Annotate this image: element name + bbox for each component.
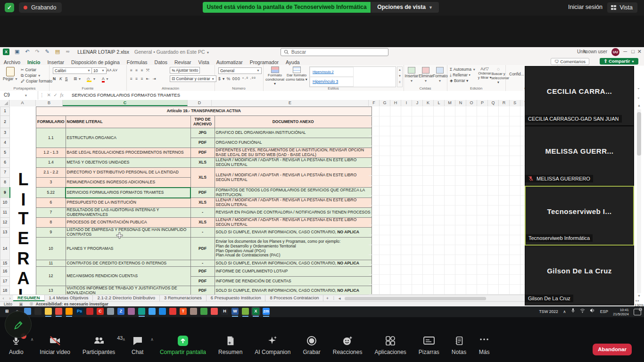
- row-header-16[interactable]: 16: [0, 267, 10, 277]
- taskbar-icon-orange-t-app[interactable]: T: [180, 308, 187, 315]
- toolbar-item-iniciar-v-deo[interactable]: Iniciar vídeo: [40, 335, 70, 355]
- grow-font-icon[interactable]: A˄ A˅: [107, 68, 117, 73]
- formula-expand-icon[interactable]: ⌄: [637, 95, 640, 99]
- row-header-8[interactable]: 8: [0, 178, 10, 188]
- search-input[interactable]: Buscar: [281, 48, 388, 56]
- column-header-P[interactable]: P: [477, 100, 488, 106]
- pen-icon[interactable]: ✎: [45, 49, 50, 55]
- toolbar-item-aplicaciones[interactable]: Aplicaciones: [374, 335, 406, 355]
- row-header-13[interactable]: 13: [0, 228, 10, 238]
- vertical-align-icons[interactable]: ≡ ≡ ≡ ⤧: [130, 68, 150, 73]
- macro-record-icon[interactable]: ▣: [19, 302, 23, 306]
- taskbar-icon-photoshop[interactable]: Ps: [76, 308, 83, 315]
- taskbar-icon-firefox[interactable]: [66, 308, 73, 315]
- leave-meeting-button[interactable]: Abandonar: [593, 344, 632, 355]
- column-header-F[interactable]: F: [369, 100, 380, 106]
- cell[interactable]: Enviar los documentos de los Planes y Pr…: [215, 238, 372, 260]
- column-header-N[interactable]: N: [455, 100, 466, 106]
- sheet-tab-3-remuneraciones[interactable]: 3 Remuneraciones: [160, 295, 206, 301]
- taskbar-icon-claro-video[interactable]: C: [97, 308, 104, 315]
- toolbar-item-resumen[interactable]: Resumen: [218, 335, 242, 355]
- taskbar-icon-file-explorer[interactable]: [45, 308, 52, 315]
- number-format-icons[interactable]: $ ▾ % 000 ⁺·⁰ ·⁰⁰: [218, 76, 256, 81]
- formula-buttons[interactable]: ⋮ ✕ ✓ fx: [40, 91, 64, 99]
- cell[interactable]: LLENAR / MODIFICAR / ADAPTAR - REVISAR L…: [215, 218, 372, 228]
- name-box[interactable]: C9 ▼: [0, 91, 38, 99]
- toolbar-item-pizarras[interactable]: Pizarras: [419, 335, 439, 355]
- merge-center-button[interactable]: ⊟ Combinar y centrar ▼: [170, 75, 216, 82]
- autosave-state[interactable]: General • Guardado en Este PC ▼: [134, 49, 209, 55]
- cell[interactable]: NOMBRE LITERAL: [66, 116, 190, 128]
- redo-icon[interactable]: ↷: [35, 49, 39, 55]
- vscroll-down-icon[interactable]: ▼: [637, 294, 641, 297]
- cell[interactable]: VIATICOS INFORMES DE TRABAJO Y JUSTIFICA…: [66, 286, 190, 295]
- format-cells-button[interactable]: Formato▼: [433, 67, 447, 83]
- toolbar-item-notas[interactable]: Notas: [452, 335, 466, 355]
- toolbar-item-reacciones[interactable]: Reacciones: [333, 335, 363, 355]
- horizontal-scroll-thumb[interactable]: [345, 297, 486, 300]
- cell[interactable]: GRAFICO DEL ORGANIGRAMA INSTITUCIÓNAL: [215, 128, 372, 138]
- user-name-label[interactable]: Unknown user: [577, 49, 607, 54]
- tray-clock[interactable]: 10:4121/5/2024: [613, 306, 628, 316]
- taskbar-icon-red-grid-app[interactable]: [86, 308, 93, 315]
- insert-cells-button[interactable]: Insertar▼: [405, 67, 419, 83]
- cell[interactable]: 8: [36, 218, 66, 228]
- cell[interactable]: CONTRATOS DE CREDITO EXTERNOS O INTERNOS: [66, 260, 190, 267]
- column-header-L[interactable]: L: [434, 100, 445, 106]
- cell[interactable]: RESULTADOS DE LAS AUDITORÍAS INTERNAS Y …: [66, 208, 190, 218]
- sign-in-button[interactable]: Iniciar sesión: [568, 4, 603, 10]
- cell[interactable]: XLS: [190, 168, 215, 188]
- styles-scroll[interactable]: ▲▼≡: [397, 66, 403, 87]
- bold-button[interactable]: N: [53, 76, 56, 81]
- clear-button[interactable]: ◈ Borrar ▾: [450, 78, 468, 83]
- cell[interactable]: SOLO SI CUMPLE, ENVIAR INFORMACION, CASO…: [215, 228, 372, 238]
- row-header-14[interactable]: 14: [0, 238, 10, 260]
- cell[interactable]: 13: [36, 286, 66, 295]
- column-header-H[interactable]: H: [390, 100, 401, 106]
- tray-app-label[interactable]: TSW 2022: [539, 306, 558, 317]
- cell[interactable]: SOLO SI CUMPLE, ENVIAR INFORMACION, CASO…: [215, 286, 372, 295]
- column-header-B[interactable]: B: [36, 100, 63, 106]
- cell[interactable]: XLS: [190, 158, 215, 168]
- toolbar-item-ai-companion[interactable]: AI Companion: [255, 335, 290, 355]
- cell[interactable]: LLENAR / MODIFICAR / ADAPTAR - REVISAR L…: [215, 158, 372, 168]
- cell[interactable]: PLANES Y PROGRAMAS: [66, 238, 190, 260]
- row-header-18[interactable]: 18: [0, 286, 10, 295]
- taskbar-icon-phone-app[interactable]: [107, 308, 114, 315]
- sort-filter-button[interactable]: AZ▽Ordenar y filtrar ▾: [477, 66, 492, 80]
- column-header-C[interactable]: C: [63, 100, 188, 106]
- confidentiality-button[interactable]: Confid...: [509, 72, 524, 76]
- cell[interactable]: LLENAR / MODIFICAR / ADAPTAR - REVISAR L…: [215, 198, 372, 208]
- number-format-select[interactable]: General ▼: [218, 67, 262, 74]
- taskbar-icon-teal-doc-app[interactable]: [138, 308, 145, 315]
- row-header-3[interactable]: 3: [0, 128, 10, 138]
- cell[interactable]: DIRECTORIO Y DISTRIBUTIVO PERSONAL DE LA…: [66, 168, 190, 178]
- taskbar-icon-word[interactable]: W: [231, 308, 239, 315]
- column-header-I[interactable]: I: [401, 100, 412, 106]
- taskbar-icon-photos-viewer[interactable]: [149, 308, 156, 315]
- cell[interactable]: 1.2 - 1.3: [36, 148, 66, 158]
- comments-button[interactable]: 🗨 Comentarios: [551, 58, 589, 65]
- share-button[interactable]: ⇪ Compartir ▼: [600, 58, 638, 65]
- column-a-literal-cell[interactable]: LITERAL: [10, 107, 36, 295]
- taskbar-icon-people-app[interactable]: [34, 308, 41, 315]
- find-select-button[interactable]: ◌Buscar y seleccionar ▾: [491, 66, 505, 84]
- taskbar-icon-excel[interactable]: X: [252, 308, 259, 315]
- row-header-12[interactable]: 12: [0, 218, 10, 228]
- toolbar-item-grabar[interactable]: Grabar: [303, 335, 320, 355]
- cell[interactable]: 11: [36, 260, 66, 267]
- row-header-11[interactable]: 11: [0, 208, 10, 218]
- italic-button[interactable]: K: [59, 76, 62, 81]
- column-header-E[interactable]: E: [212, 100, 369, 106]
- cell[interactable]: PDF: [190, 138, 215, 148]
- cell[interactable]: METAS Y OBJETIVOS UNIDADES: [66, 158, 190, 168]
- ribbon-collapse-icon[interactable]: ⌄: [637, 86, 640, 90]
- fill-button[interactable]: ⤓ Rellenar ▾: [450, 73, 471, 78]
- column-header-Q[interactable]: Q: [488, 100, 499, 106]
- cell[interactable]: PDF: [190, 286, 215, 295]
- cell[interactable]: XLS: [190, 198, 215, 208]
- annotation-pen-bubble[interactable]: [5, 311, 32, 338]
- vscroll-up-icon[interactable]: ▲: [637, 104, 641, 107]
- cell[interactable]: PRESUPUESTO DE LA INSTITUCIÓN: [66, 198, 190, 208]
- taskbar-icon-zarchiver[interactable]: Z: [117, 308, 124, 315]
